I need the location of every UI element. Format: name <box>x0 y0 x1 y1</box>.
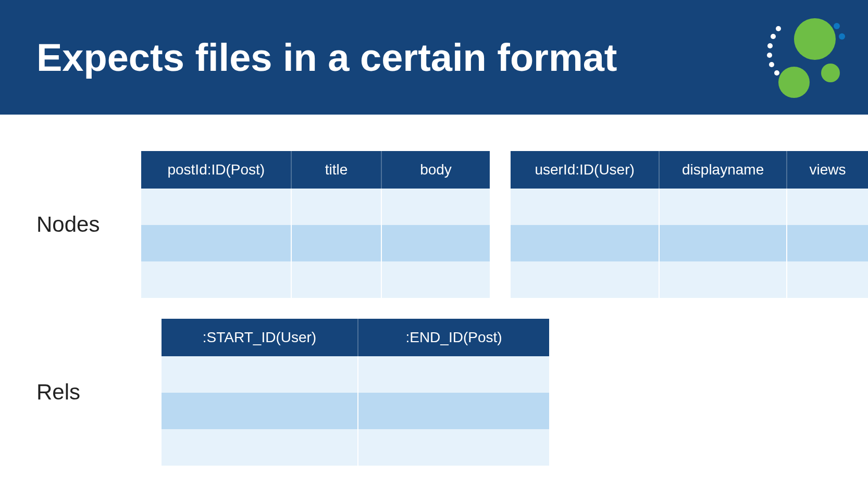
column-header: :END_ID(Post) <box>358 319 549 356</box>
table-row <box>162 393 549 429</box>
table-row <box>511 261 868 298</box>
nodes-tables: postId:ID(Post) title body userId:ID(Use… <box>141 151 868 298</box>
column-header: title <box>292 151 381 189</box>
users-table: userId:ID(User) displayname views <box>511 151 868 298</box>
table-row <box>162 356 549 393</box>
rels-label: Rels <box>0 380 162 405</box>
rels-table: :START_ID(User) :END_ID(Post) <box>162 319 549 466</box>
svg-point-0 <box>776 26 781 31</box>
column-header: postId:ID(Post) <box>141 151 292 189</box>
slide-title: Expects files in a certain format <box>36 35 617 80</box>
table-row <box>511 225 868 261</box>
table-row <box>162 429 549 466</box>
table-header-row: userId:ID(User) displayname views <box>511 151 868 189</box>
posts-table: postId:ID(Post) title body <box>141 151 490 298</box>
column-header: userId:ID(User) <box>511 151 660 189</box>
svg-point-7 <box>794 18 836 60</box>
column-header: views <box>787 151 868 189</box>
rels-tables: :START_ID(User) :END_ID(Post) <box>162 319 549 466</box>
table-header-row: postId:ID(Post) title body <box>141 151 490 189</box>
svg-point-2 <box>767 43 773 48</box>
column-header: :START_ID(User) <box>162 319 358 356</box>
table-header-row: :START_ID(User) :END_ID(Post) <box>162 319 549 356</box>
table-row <box>141 189 490 225</box>
table-row <box>141 225 490 261</box>
svg-point-10 <box>834 23 840 29</box>
column-header: body <box>382 151 490 189</box>
column-header: displayname <box>660 151 787 189</box>
svg-point-11 <box>839 33 845 40</box>
svg-point-1 <box>771 34 776 39</box>
nodes-row: Nodes postId:ID(Post) title body <box>0 151 868 298</box>
svg-point-9 <box>821 64 840 82</box>
nodes-label: Nodes <box>0 212 141 237</box>
svg-point-8 <box>778 67 810 98</box>
table-row <box>141 261 490 298</box>
svg-point-4 <box>769 62 774 67</box>
slide-header: Expects files in a certain format <box>0 0 868 115</box>
svg-point-3 <box>767 53 772 58</box>
rels-row: Rels :START_ID(User) :END_ID(Post) <box>0 319 868 466</box>
neo4j-logo-icon <box>753 10 847 106</box>
svg-point-5 <box>774 70 779 76</box>
slide-body: Nodes postId:ID(Post) title body <box>0 115 868 466</box>
table-row <box>511 189 868 225</box>
